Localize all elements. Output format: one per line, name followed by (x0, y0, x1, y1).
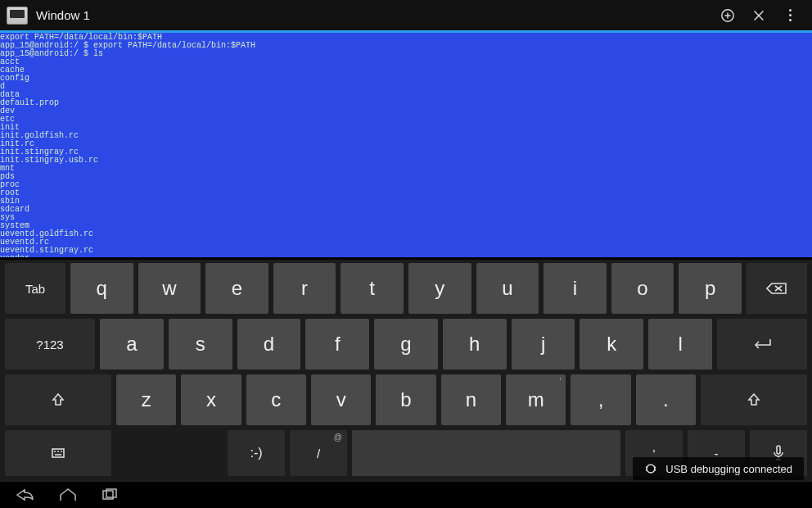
close-window-button[interactable] (743, 0, 774, 32)
shift-icon (747, 392, 761, 407)
system-nav-bar (0, 482, 812, 508)
key-u[interactable]: u (476, 263, 539, 314)
svg-line-17 (646, 469, 647, 470)
key-period[interactable]: . (636, 374, 696, 425)
key-r[interactable]: r (273, 263, 336, 314)
key-p[interactable]: p (679, 263, 742, 314)
key-l[interactable]: l (648, 319, 712, 370)
soft-keyboard: Tab q w e r t y u i o p ?123 a s d f g h… (0, 260, 812, 483)
key-shift-right[interactable] (701, 374, 807, 425)
key-g[interactable]: g (374, 319, 438, 370)
key-q[interactable]: q (70, 263, 133, 314)
svg-line-19 (654, 469, 656, 470)
key-f[interactable]: f (305, 319, 369, 370)
key-i[interactable]: i (544, 263, 607, 314)
key-comma[interactable]: , (571, 374, 630, 425)
action-bar: Window 1 (0, 0, 812, 33)
key-b[interactable]: b (376, 374, 435, 425)
key-y[interactable]: y (408, 263, 471, 314)
key-space[interactable] (352, 430, 620, 476)
key-s[interactable]: s (169, 319, 232, 370)
svg-line-16 (646, 467, 647, 468)
key-z[interactable]: z (116, 374, 176, 425)
key-m[interactable]: 'm (506, 374, 566, 425)
svg-point-15 (647, 465, 655, 473)
svg-rect-12 (777, 446, 780, 454)
terminal-output[interactable]: export PATH=/data/local/bin:$PATHapp_15@… (0, 33, 812, 257)
key-n[interactable]: n (441, 374, 501, 425)
nav-home-button[interactable] (57, 488, 79, 502)
key-t[interactable]: t (341, 263, 404, 314)
key-j[interactable]: j (512, 319, 575, 370)
key-smiley[interactable]: :-) (228, 430, 285, 476)
recents-icon (100, 488, 121, 502)
key-x[interactable]: x (181, 374, 241, 425)
add-window-button[interactable] (712, 0, 743, 32)
key-d[interactable]: d (237, 319, 301, 370)
key-symbols[interactable]: ?123 (5, 319, 95, 370)
window-title: Window 1 (36, 8, 90, 22)
nav-recents-button[interactable] (100, 488, 121, 502)
key-e[interactable]: e (205, 263, 268, 314)
key-o[interactable]: o (611, 263, 674, 314)
enter-icon (751, 338, 774, 351)
key-input-switch[interactable] (5, 430, 111, 476)
close-icon (751, 8, 766, 23)
home-icon (57, 488, 79, 502)
key-enter[interactable] (717, 319, 807, 370)
key-slash[interactable]: @/ (290, 430, 347, 476)
key-c[interactable]: c (246, 374, 306, 425)
android-bug-icon (644, 462, 657, 475)
key-h[interactable]: h (443, 319, 507, 370)
key-tab[interactable]: Tab (5, 263, 65, 314)
plus-circle-icon (720, 8, 735, 23)
key-backspace[interactable] (747, 263, 807, 314)
nav-back-button[interactable] (15, 488, 36, 502)
shift-icon (51, 392, 65, 407)
key-shift-left[interactable] (5, 374, 111, 425)
key-w[interactable]: w (138, 263, 201, 314)
input-switch-icon (51, 446, 65, 460)
overflow-menu-button[interactable] (774, 0, 805, 32)
app-icon (7, 7, 28, 25)
key-k[interactable]: k (580, 319, 643, 370)
back-icon (15, 488, 36, 502)
notification-text: USB debugging connected (665, 463, 792, 475)
key-v[interactable]: v (311, 374, 371, 425)
usb-debug-notification[interactable]: USB debugging connected (633, 457, 804, 480)
key-a[interactable]: a (100, 319, 164, 370)
svg-line-18 (654, 467, 656, 468)
svg-rect-7 (52, 449, 64, 457)
backspace-icon (766, 282, 787, 295)
